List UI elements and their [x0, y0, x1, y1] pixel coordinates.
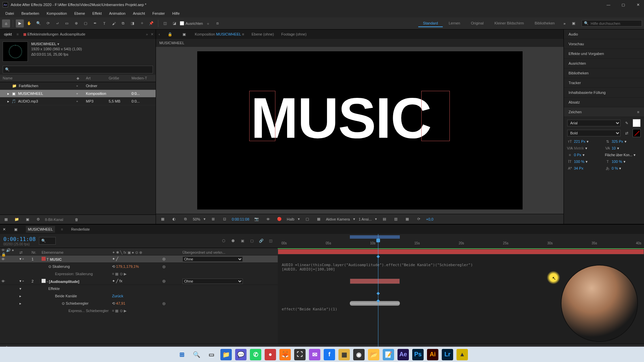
bit-depth[interactable]: 8-Bit-Kanal: [45, 218, 63, 222]
rotate-tool-icon[interactable]: ⤾: [53, 19, 61, 27]
tab-renderlist[interactable]: Renderliste: [69, 226, 92, 233]
menu-bearbeiten[interactable]: Bearbeiten: [18, 11, 43, 16]
exposure-value[interactable]: +0,0: [426, 217, 433, 221]
right-panel-inhaltsbasierte-füllung[interactable]: Inhaltsbasierte Füllung: [564, 88, 644, 98]
close-panel-icon[interactable]: ✕: [151, 32, 154, 37]
col-label[interactable]: ◆: [76, 76, 86, 80]
taskbar-messenger[interactable]: ✉: [309, 349, 320, 360]
taskbar-app1[interactable]: ●: [265, 349, 276, 360]
taskbar-app4[interactable]: ▲: [457, 349, 468, 360]
stroke-color-swatch[interactable]: [633, 129, 641, 137]
snap-opt-icon[interactable]: ⟐: [204, 19, 212, 27]
taskbar-whatsapp[interactable]: ✆: [250, 349, 261, 360]
taskbar-ai[interactable]: Ai: [427, 349, 438, 360]
swap-icon[interactable]: ⇄: [623, 129, 631, 137]
mask-icon[interactable]: ◐: [170, 215, 178, 223]
zoom-tool-icon[interactable]: 🔍: [35, 19, 43, 27]
taskbar-taskview[interactable]: ▭: [206, 349, 217, 360]
lock-icon[interactable]: 🔒: [166, 30, 174, 38]
project-search[interactable]: 🔍: [3, 66, 153, 73]
hand-tool-icon[interactable]: ✋: [25, 19, 33, 27]
project-item[interactable]: ▸ ▣ MUSICWHEEL▫Komposition0:0...: [0, 90, 156, 98]
anchor-tool-icon[interactable]: ⊕: [72, 19, 80, 27]
camera-tool-icon[interactable]: ▭: [63, 19, 71, 27]
3d-icon[interactable]: ⧉: [181, 215, 190, 223]
menu-komposition[interactable]: Komposition: [43, 11, 70, 16]
vc-2-icon[interactable]: ▥: [392, 215, 400, 223]
taskbar-ae[interactable]: Ae: [397, 349, 409, 360]
close-button[interactable]: ✕: [635, 3, 641, 7]
menu-animation[interactable]: Animation: [106, 11, 129, 16]
col-name[interactable]: Name: [3, 76, 76, 80]
font-size-value[interactable]: 221 Px: [574, 139, 585, 143]
layer-row[interactable]: 👁 ▾ ▫1 T MUSIC✦ ╱ ◎Ohne: [0, 255, 278, 263]
tab-composition[interactable]: Komposition MUSICWHEEL ≡: [194, 31, 245, 38]
property-row[interactable]: ▸Beide Kanäle Zurück: [0, 292, 278, 300]
guides-icon[interactable]: ⊡: [220, 215, 228, 223]
right-panel-bibliotheken[interactable]: Bibliotheken: [564, 68, 644, 78]
transparency-icon[interactable]: ▦: [315, 215, 323, 223]
snapshot-icon[interactable]: 📷: [253, 215, 261, 223]
taskbar-teams[interactable]: 💬: [235, 349, 247, 360]
vc-4-icon[interactable]: ⟳: [415, 215, 423, 223]
help-search-input[interactable]: [591, 21, 640, 25]
grid-icon[interactable]: ⊞: [209, 215, 217, 223]
hscale-value[interactable]: 100 %: [612, 160, 622, 164]
eyedropper-icon[interactable]: ✎: [623, 119, 631, 127]
workspace-overflow-icon[interactable]: »: [564, 21, 566, 25]
tl-tool-6-icon[interactable]: ◫: [267, 237, 274, 245]
layer-row[interactable]: 👁 ▾ ▫2 ▫ [Audioamplitude]✦ ╱ fx◎Ohne: [0, 278, 278, 285]
taskbar-app3[interactable]: ▦: [338, 349, 350, 360]
tl-tool-2-icon[interactable]: ⬢: [229, 237, 237, 245]
panel-overflow-icon[interactable]: »: [146, 32, 148, 36]
tl-tool-1-icon[interactable]: ⬡: [220, 237, 227, 245]
text-layer-music[interactable]: MUSIC: [251, 89, 431, 146]
resolution-select[interactable]: Halb: [287, 217, 294, 221]
taskbar-facebook[interactable]: f: [324, 349, 335, 360]
font-style-select[interactable]: Bold: [567, 130, 621, 136]
right-panel-vorschau[interactable]: Vorschau: [564, 39, 644, 49]
right-panel-tracker[interactable]: Tracker: [564, 78, 644, 88]
viewer-timecode[interactable]: 0:00:11:08: [232, 217, 249, 221]
taskbar-firefox[interactable]: 🦊: [279, 349, 291, 360]
tab-project[interactable]: ojekt: [2, 31, 14, 38]
close-tl-icon[interactable]: ✕: [3, 227, 6, 232]
kerning-value[interactable]: Metrik: [574, 146, 584, 150]
menu-ebene[interactable]: Ebene: [71, 11, 88, 16]
panel-toggle-icon[interactable]: ▣: [570, 19, 578, 27]
right-panel-audio[interactable]: Audio: [564, 29, 644, 39]
camera-select[interactable]: Aktive Kamera: [326, 217, 350, 221]
breadcrumb[interactable]: MUSICWHEEL: [159, 41, 184, 45]
project-item[interactable]: ▸ 🎵 AUDIO.mp3▫MP35,5 MB0:0...: [0, 98, 156, 105]
selection-tool-icon[interactable]: ▶: [16, 19, 24, 27]
views-select[interactable]: 1 Ansi...: [359, 217, 372, 221]
channel-icon[interactable]: 🔴: [275, 215, 283, 223]
menu-fenster[interactable]: Fenster: [149, 11, 168, 16]
tl-tool-5-icon[interactable]: 🔗: [258, 237, 265, 245]
minimize-button[interactable]: —: [605, 3, 612, 7]
taskbar-app2[interactable]: ⛶: [294, 349, 306, 360]
tsume-value[interactable]: 0 %: [612, 166, 618, 170]
workspace-bibliotheken[interactable]: Bibliotheken: [530, 20, 559, 27]
selection-handle-left[interactable]: [249, 91, 275, 141]
new-folder-icon[interactable]: 📁: [13, 216, 21, 224]
zoom-select[interactable]: 50%: [193, 217, 200, 221]
snap-2-icon[interactable]: ◪: [170, 19, 178, 27]
eraser-tool-icon[interactable]: ◨: [128, 19, 137, 27]
interpret-icon[interactable]: ▦: [2, 216, 10, 224]
snap-opt2-icon[interactable]: ⧈: [214, 19, 222, 27]
workspace-original[interactable]: Original: [466, 20, 488, 27]
roto-tool-icon[interactable]: ✧: [138, 19, 146, 27]
project-item[interactable]: 📁 Farbflächen▫Ordner: [0, 82, 156, 90]
clone-tool-icon[interactable]: ⧉: [119, 19, 127, 27]
col-type[interactable]: Art: [86, 76, 109, 80]
stroke-width-value[interactable]: 0 Px: [574, 153, 581, 157]
timeline-timecode[interactable]: 0:00:11:08: [3, 236, 36, 242]
roi-icon[interactable]: ▢: [303, 215, 311, 223]
alpha-icon[interactable]: ▦: [159, 215, 167, 223]
menu-datei[interactable]: Datei: [2, 11, 17, 16]
property-row[interactable]: ⊙ Skalierung⟲ 179,1,179,1%◎: [0, 263, 278, 270]
snap-1-icon[interactable]: ◫: [161, 19, 169, 27]
fill-mode-select[interactable]: Fläche über Kon...: [605, 153, 633, 157]
settings-icon[interactable]: ⚙: [34, 216, 42, 224]
